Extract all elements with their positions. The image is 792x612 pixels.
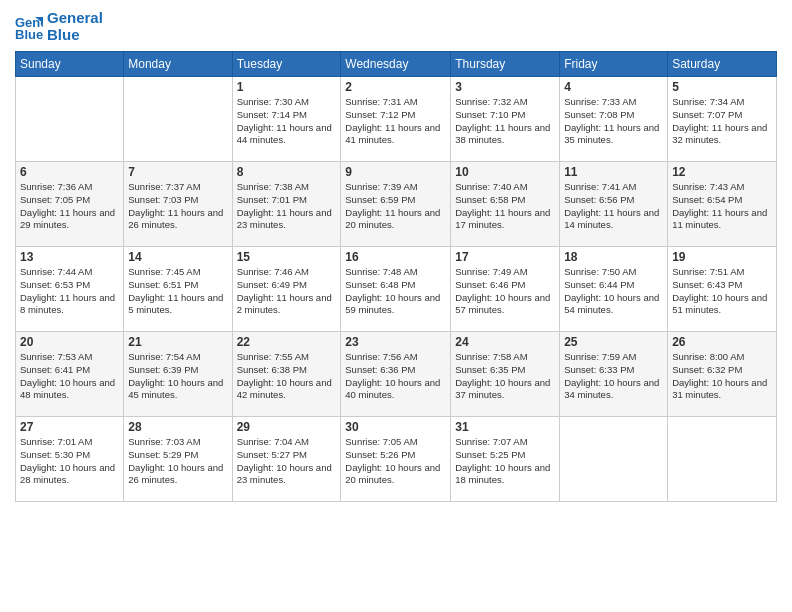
calendar-cell: 11Sunrise: 7:41 AM Sunset: 6:56 PM Dayli… bbox=[560, 162, 668, 247]
calendar-cell: 24Sunrise: 7:58 AM Sunset: 6:35 PM Dayli… bbox=[451, 332, 560, 417]
page: General Blue GeneralBlue SundayMondayTue… bbox=[0, 0, 792, 612]
calendar: SundayMondayTuesdayWednesdayThursdayFrid… bbox=[15, 51, 777, 502]
calendar-cell: 27Sunrise: 7:01 AM Sunset: 5:30 PM Dayli… bbox=[16, 417, 124, 502]
day-header-monday: Monday bbox=[124, 52, 232, 77]
header: General Blue GeneralBlue bbox=[15, 10, 777, 43]
day-info: Sunrise: 7:33 AM Sunset: 7:08 PM Dayligh… bbox=[564, 96, 663, 147]
calendar-cell: 15Sunrise: 7:46 AM Sunset: 6:49 PM Dayli… bbox=[232, 247, 341, 332]
calendar-cell: 13Sunrise: 7:44 AM Sunset: 6:53 PM Dayli… bbox=[16, 247, 124, 332]
calendar-cell: 31Sunrise: 7:07 AM Sunset: 5:25 PM Dayli… bbox=[451, 417, 560, 502]
calendar-cell: 4Sunrise: 7:33 AM Sunset: 7:08 PM Daylig… bbox=[560, 77, 668, 162]
day-number: 8 bbox=[237, 165, 337, 179]
day-number: 4 bbox=[564, 80, 663, 94]
calendar-cell: 19Sunrise: 7:51 AM Sunset: 6:43 PM Dayli… bbox=[668, 247, 777, 332]
day-header-wednesday: Wednesday bbox=[341, 52, 451, 77]
day-number: 24 bbox=[455, 335, 555, 349]
calendar-cell: 20Sunrise: 7:53 AM Sunset: 6:41 PM Dayli… bbox=[16, 332, 124, 417]
day-number: 13 bbox=[20, 250, 119, 264]
svg-text:Blue: Blue bbox=[15, 27, 43, 41]
day-number: 11 bbox=[564, 165, 663, 179]
day-header-tuesday: Tuesday bbox=[232, 52, 341, 77]
calendar-cell: 7Sunrise: 7:37 AM Sunset: 7:03 PM Daylig… bbox=[124, 162, 232, 247]
day-number: 16 bbox=[345, 250, 446, 264]
week-row-4: 20Sunrise: 7:53 AM Sunset: 6:41 PM Dayli… bbox=[16, 332, 777, 417]
logo-icon: General Blue bbox=[15, 13, 43, 41]
day-number: 29 bbox=[237, 420, 337, 434]
day-info: Sunrise: 7:41 AM Sunset: 6:56 PM Dayligh… bbox=[564, 181, 663, 232]
day-info: Sunrise: 7:39 AM Sunset: 6:59 PM Dayligh… bbox=[345, 181, 446, 232]
day-info: Sunrise: 7:53 AM Sunset: 6:41 PM Dayligh… bbox=[20, 351, 119, 402]
day-number: 23 bbox=[345, 335, 446, 349]
week-row-3: 13Sunrise: 7:44 AM Sunset: 6:53 PM Dayli… bbox=[16, 247, 777, 332]
day-number: 12 bbox=[672, 165, 772, 179]
day-number: 17 bbox=[455, 250, 555, 264]
week-row-1: 1Sunrise: 7:30 AM Sunset: 7:14 PM Daylig… bbox=[16, 77, 777, 162]
day-info: Sunrise: 7:46 AM Sunset: 6:49 PM Dayligh… bbox=[237, 266, 337, 317]
day-info: Sunrise: 7:05 AM Sunset: 5:26 PM Dayligh… bbox=[345, 436, 446, 487]
day-number: 15 bbox=[237, 250, 337, 264]
day-info: Sunrise: 8:00 AM Sunset: 6:32 PM Dayligh… bbox=[672, 351, 772, 402]
day-info: Sunrise: 7:30 AM Sunset: 7:14 PM Dayligh… bbox=[237, 96, 337, 147]
day-number: 27 bbox=[20, 420, 119, 434]
day-number: 18 bbox=[564, 250, 663, 264]
day-info: Sunrise: 7:40 AM Sunset: 6:58 PM Dayligh… bbox=[455, 181, 555, 232]
calendar-cell: 23Sunrise: 7:56 AM Sunset: 6:36 PM Dayli… bbox=[341, 332, 451, 417]
day-number: 28 bbox=[128, 420, 227, 434]
day-number: 22 bbox=[237, 335, 337, 349]
day-number: 14 bbox=[128, 250, 227, 264]
calendar-cell: 5Sunrise: 7:34 AM Sunset: 7:07 PM Daylig… bbox=[668, 77, 777, 162]
calendar-cell: 14Sunrise: 7:45 AM Sunset: 6:51 PM Dayli… bbox=[124, 247, 232, 332]
day-number: 1 bbox=[237, 80, 337, 94]
day-info: Sunrise: 7:03 AM Sunset: 5:29 PM Dayligh… bbox=[128, 436, 227, 487]
day-number: 20 bbox=[20, 335, 119, 349]
day-number: 25 bbox=[564, 335, 663, 349]
day-info: Sunrise: 7:43 AM Sunset: 6:54 PM Dayligh… bbox=[672, 181, 772, 232]
day-header-sunday: Sunday bbox=[16, 52, 124, 77]
day-info: Sunrise: 7:04 AM Sunset: 5:27 PM Dayligh… bbox=[237, 436, 337, 487]
calendar-header-row: SundayMondayTuesdayWednesdayThursdayFrid… bbox=[16, 52, 777, 77]
day-info: Sunrise: 7:45 AM Sunset: 6:51 PM Dayligh… bbox=[128, 266, 227, 317]
calendar-cell: 22Sunrise: 7:55 AM Sunset: 6:38 PM Dayli… bbox=[232, 332, 341, 417]
day-info: Sunrise: 7:44 AM Sunset: 6:53 PM Dayligh… bbox=[20, 266, 119, 317]
day-info: Sunrise: 7:48 AM Sunset: 6:48 PM Dayligh… bbox=[345, 266, 446, 317]
day-number: 30 bbox=[345, 420, 446, 434]
day-info: Sunrise: 7:51 AM Sunset: 6:43 PM Dayligh… bbox=[672, 266, 772, 317]
day-info: Sunrise: 7:58 AM Sunset: 6:35 PM Dayligh… bbox=[455, 351, 555, 402]
day-number: 21 bbox=[128, 335, 227, 349]
calendar-cell: 16Sunrise: 7:48 AM Sunset: 6:48 PM Dayli… bbox=[341, 247, 451, 332]
calendar-cell bbox=[560, 417, 668, 502]
day-info: Sunrise: 7:54 AM Sunset: 6:39 PM Dayligh… bbox=[128, 351, 227, 402]
day-info: Sunrise: 7:38 AM Sunset: 7:01 PM Dayligh… bbox=[237, 181, 337, 232]
calendar-cell: 3Sunrise: 7:32 AM Sunset: 7:10 PM Daylig… bbox=[451, 77, 560, 162]
day-info: Sunrise: 7:31 AM Sunset: 7:12 PM Dayligh… bbox=[345, 96, 446, 147]
day-number: 7 bbox=[128, 165, 227, 179]
day-number: 5 bbox=[672, 80, 772, 94]
day-info: Sunrise: 7:36 AM Sunset: 7:05 PM Dayligh… bbox=[20, 181, 119, 232]
day-info: Sunrise: 7:55 AM Sunset: 6:38 PM Dayligh… bbox=[237, 351, 337, 402]
logo: General Blue GeneralBlue bbox=[15, 10, 103, 43]
day-info: Sunrise: 7:50 AM Sunset: 6:44 PM Dayligh… bbox=[564, 266, 663, 317]
day-header-friday: Friday bbox=[560, 52, 668, 77]
week-row-2: 6Sunrise: 7:36 AM Sunset: 7:05 PM Daylig… bbox=[16, 162, 777, 247]
day-header-thursday: Thursday bbox=[451, 52, 560, 77]
day-info: Sunrise: 7:01 AM Sunset: 5:30 PM Dayligh… bbox=[20, 436, 119, 487]
calendar-cell: 25Sunrise: 7:59 AM Sunset: 6:33 PM Dayli… bbox=[560, 332, 668, 417]
calendar-cell: 2Sunrise: 7:31 AM Sunset: 7:12 PM Daylig… bbox=[341, 77, 451, 162]
calendar-cell bbox=[124, 77, 232, 162]
day-info: Sunrise: 7:59 AM Sunset: 6:33 PM Dayligh… bbox=[564, 351, 663, 402]
day-number: 10 bbox=[455, 165, 555, 179]
calendar-cell: 9Sunrise: 7:39 AM Sunset: 6:59 PM Daylig… bbox=[341, 162, 451, 247]
logo-text: GeneralBlue bbox=[47, 10, 103, 43]
day-number: 6 bbox=[20, 165, 119, 179]
calendar-cell bbox=[16, 77, 124, 162]
calendar-cell: 26Sunrise: 8:00 AM Sunset: 6:32 PM Dayli… bbox=[668, 332, 777, 417]
day-info: Sunrise: 7:56 AM Sunset: 6:36 PM Dayligh… bbox=[345, 351, 446, 402]
day-info: Sunrise: 7:34 AM Sunset: 7:07 PM Dayligh… bbox=[672, 96, 772, 147]
day-number: 19 bbox=[672, 250, 772, 264]
day-info: Sunrise: 7:49 AM Sunset: 6:46 PM Dayligh… bbox=[455, 266, 555, 317]
day-header-saturday: Saturday bbox=[668, 52, 777, 77]
day-number: 31 bbox=[455, 420, 555, 434]
calendar-cell: 17Sunrise: 7:49 AM Sunset: 6:46 PM Dayli… bbox=[451, 247, 560, 332]
calendar-cell bbox=[668, 417, 777, 502]
day-number: 9 bbox=[345, 165, 446, 179]
